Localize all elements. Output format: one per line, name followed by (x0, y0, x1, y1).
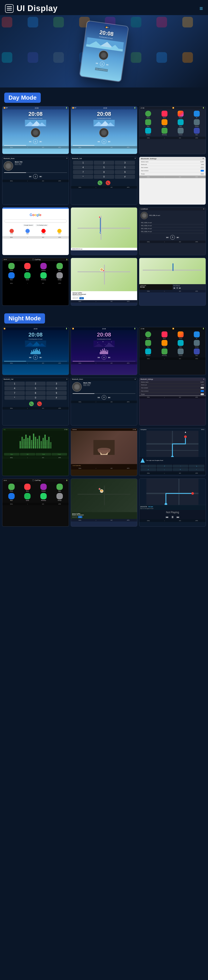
app-telegram[interactable]: Telegram (140, 128, 156, 135)
night-app-camera[interactable]: Camera (173, 348, 188, 356)
night-app-photos[interactable]: Photos (173, 331, 188, 339)
num-6[interactable]: 6 (115, 165, 135, 169)
night-music-display-2: 📶20:08🔋 20:08 A exciting piece of music (71, 327, 137, 375)
night-end-btn[interactable]: 📞 (37, 401, 42, 406)
night-cp-settings[interactable]: Settings (52, 493, 67, 501)
num-8[interactable]: 8 (94, 170, 114, 174)
list-item-3[interactable]: 华语_经典_03.mp3 (141, 228, 204, 230)
night-app-telegram[interactable]: Telegram (140, 348, 156, 356)
app-phone[interactable]: Phone (140, 111, 156, 118)
eq-btn-1[interactable]: Bass (4, 453, 19, 455)
lucky-btn[interactable]: I'm Feeling Lucky (36, 224, 48, 226)
num-0[interactable]: 0 (94, 175, 114, 179)
nav-ctrl-8[interactable]: ← (189, 468, 204, 471)
app-settings[interactable]: Settings (189, 119, 204, 127)
nav-ctrl-4[interactable]: ↘ (189, 465, 204, 468)
night-bt-music-content: Music Title Music Album Music Artist (71, 381, 137, 393)
app-waze[interactable]: Waze (173, 119, 188, 127)
night-cp-podcast[interactable]: Podcasts (36, 484, 51, 492)
num-2[interactable]: 2 (94, 161, 114, 165)
end-call-btn[interactable]: 📞 (106, 180, 110, 185)
nav-ctrl-7[interactable]: ↖ (173, 468, 189, 471)
night-flower-toggle[interactable] (200, 393, 204, 395)
google-search-bar[interactable] (5, 220, 67, 223)
num-9[interactable]: 9 (115, 170, 135, 174)
nav-ctrl-5[interactable]: ↙ (140, 468, 156, 471)
num-7[interactable]: 7 (73, 170, 93, 174)
nav-ctrl-3[interactable]: → (173, 465, 189, 468)
list-item-2[interactable]: 华语_经典_02.mp3 (141, 224, 204, 228)
night-app-music[interactable]: Music (157, 331, 172, 339)
night-app-more[interactable]: More (189, 348, 204, 356)
cp-whatsapp[interactable]: WhatsApp (36, 272, 51, 280)
shortcut-drive[interactable]: Drive (52, 229, 67, 234)
night-next[interactable]: ⏭ (176, 515, 180, 519)
night-auto-connect-toggle[interactable] (200, 390, 204, 392)
flower-toggle[interactable] (200, 173, 204, 175)
app-more[interactable]: More (189, 128, 204, 135)
cp-spotify[interactable]: Spotify (20, 272, 35, 280)
list-item-4[interactable]: 华语_经典_04.mp3 (141, 230, 204, 233)
list-item-1[interactable]: 华语_经典_01.mp3 (141, 221, 204, 224)
num-1[interactable]: 1 (73, 161, 93, 165)
num-4[interactable]: 4 (73, 165, 93, 169)
night-cp-waze[interactable]: Waze (4, 493, 19, 501)
night-cp-maps[interactable]: Maps (52, 484, 67, 492)
eq-btn-2[interactable]: Mid (20, 453, 35, 455)
shortcut-maps[interactable]: Maps (20, 229, 35, 234)
night-app-video[interactable]: Video (157, 340, 172, 348)
night-cp-music[interactable]: Music (20, 484, 35, 492)
app-music[interactable]: Music (157, 111, 172, 118)
cp-waze[interactable]: Waze (4, 272, 19, 280)
night-app-maps[interactable]: Maps (140, 340, 156, 348)
cp-phone[interactable]: Phone (4, 263, 19, 271)
auto-answer-toggle[interactable] (200, 167, 204, 169)
prev-btn[interactable]: ⏮ (96, 62, 98, 65)
nav-ctrl-2[interactable]: ↗ (157, 465, 172, 468)
night-cp-phone[interactable]: Phone (4, 484, 19, 492)
eq-btn-3[interactable]: Treble (36, 453, 51, 455)
night-cp-spotify[interactable]: Spotify (20, 493, 35, 501)
num-5[interactable]: 5 (94, 165, 114, 169)
app-maps[interactable]: Maps (140, 119, 156, 127)
app-video[interactable]: Video (157, 119, 172, 127)
eq-btn-4[interactable]: Preset (52, 453, 67, 455)
play-btn[interactable]: ⏸ (99, 61, 105, 67)
night-prev[interactable]: ⏮ (165, 515, 169, 519)
app-whatsapp[interactable]: WhatsApp (157, 128, 172, 135)
night-poi-go-btn[interactable]: GO (78, 516, 82, 518)
app-bt[interactable]: BT (189, 111, 204, 118)
num-star[interactable]: * (73, 175, 93, 179)
night-auto-answer-toggle[interactable] (200, 387, 204, 389)
shortcut-yt[interactable]: YouTube (36, 229, 51, 234)
night-app-phone[interactable]: Phone (140, 331, 156, 339)
cp-maps[interactable]: Maps (52, 263, 67, 271)
num-hash[interactable]: # (115, 175, 135, 179)
nav-ctrl-1[interactable]: ↑ (140, 465, 156, 468)
app-photo[interactable]: Photos (173, 111, 188, 118)
call-btn[interactable]: 📞 (98, 180, 102, 185)
night-nav-map-screen: Navigation 08:51 (139, 428, 206, 476)
local-music-display: LocalMusic✕ 华语_经典_01.mp3 华语_经典_01.mp3 华语… (139, 208, 206, 255)
cp-music[interactable]: Music (20, 263, 35, 271)
night-app-whatsapp[interactable]: WhatsApp (157, 348, 172, 356)
top-menu-icon[interactable]: ≡ (200, 5, 203, 12)
nav-ctrl-6[interactable]: ↓ (157, 468, 172, 471)
next-btn[interactable]: ⏭ (106, 63, 109, 67)
app-camera[interactable]: Camera (173, 128, 188, 135)
cp-settings[interactable]: Settings (52, 272, 67, 280)
night-app-bt[interactable]: BT (189, 331, 204, 339)
night-app-waze[interactable]: Waze (173, 340, 188, 348)
night-play[interactable]: ⏸ (171, 515, 174, 519)
hamburger-icon[interactable] (5, 4, 14, 13)
auto-connect-toggle[interactable] (200, 170, 204, 172)
night-cp-whatsapp[interactable]: WhatsApp (36, 493, 51, 501)
poi-go-button[interactable]: GO (79, 297, 84, 299)
google-search-btn[interactable]: Google Search (23, 224, 34, 226)
shortcut-gmail[interactable]: Gmail (4, 229, 19, 234)
nav-controls: ↑ ↗ → ↘ ↙ ↓ ↖ ← (139, 464, 206, 472)
cp-podcast[interactable]: Podcasts (36, 263, 51, 271)
num-3[interactable]: 3 (115, 161, 135, 165)
night-app-settings[interactable]: Settings (189, 340, 204, 348)
night-call-btn[interactable]: 📞 (29, 401, 34, 406)
